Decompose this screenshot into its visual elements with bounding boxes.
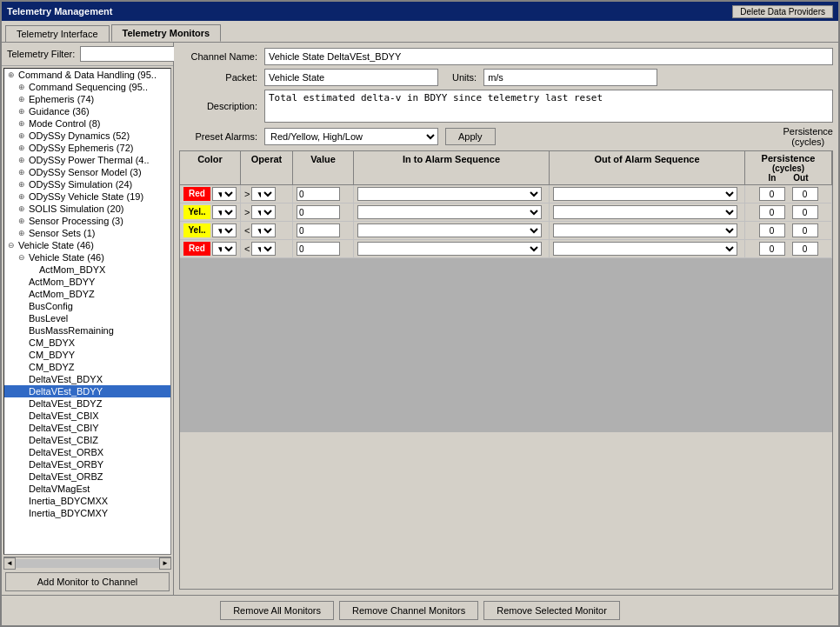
remove-channel-monitors-btn[interactable]: Remove Channel Monitors: [339, 601, 478, 620]
in-seq-select-3[interactable]: [357, 242, 542, 256]
remove-selected-monitor-btn[interactable]: Remove Selected Monitor: [483, 601, 620, 620]
out-num-3[interactable]: [792, 242, 818, 256]
op-select-0[interactable]: ▼: [251, 187, 276, 201]
tree-item-busmass-rem[interactable]: BusMassRemaining: [4, 324, 170, 337]
tab-telemetry-monitors[interactable]: Telemetry Monitors: [111, 24, 222, 42]
in-num-3[interactable]: [759, 242, 785, 256]
out-seq-select-1[interactable]: [553, 205, 737, 219]
op-select-3[interactable]: ▼: [251, 242, 276, 256]
out-seq-select-3[interactable]: [553, 242, 737, 256]
tree-item-deltaVEst-bdyx[interactable]: DeltaVEst_BDYX: [4, 373, 170, 385]
tree-item-deltaVEst-orby[interactable]: DeltaVEst_ORBY: [4, 458, 170, 470]
in-seq-select-2[interactable]: [357, 223, 542, 237]
tree-item-guidance[interactable]: ⊕ Guidance (36): [4, 105, 170, 117]
in-num-0[interactable]: [759, 187, 785, 201]
tree-item-odyssy-sim[interactable]: ⊕ ODySSy Simulation (24): [4, 178, 170, 190]
color-select-1[interactable]: ▼: [212, 205, 237, 219]
tree-item-deltaVEst-cbiz[interactable]: DeltaVEst_CBIZ: [4, 434, 170, 446]
tree-item-inertia-bdycmxy[interactable]: Inertia_BDYCMXY: [4, 507, 170, 519]
description-textarea[interactable]: [264, 90, 833, 123]
out-seq-select-0[interactable]: [553, 187, 737, 201]
cell-val-0: [293, 185, 354, 203]
tree-item-actmom-bdyy[interactable]: ActMom_BDYY: [4, 276, 170, 288]
tab-telemetry-interface[interactable]: Telemetry Interface: [5, 25, 110, 42]
tree-item-cm-bdyx[interactable]: CM_BDYX: [4, 337, 170, 349]
cell-op-0: > ▼: [241, 185, 293, 203]
tree-item-deltaVEst-cbiy[interactable]: DeltaVEst_CBIY: [4, 422, 170, 434]
in-seq-select-1[interactable]: [357, 205, 542, 219]
expander-icon: ⊕: [18, 229, 27, 237]
tree-item-cmd-seq[interactable]: ⊕ Command Sequencing (95..: [4, 81, 170, 93]
tree-container: ⊕ Command & Data Handling (95.. ⊕ Comman…: [3, 68, 171, 555]
scroll-left-btn[interactable]: ◄: [3, 557, 16, 570]
cell-val-1: [293, 203, 354, 221]
tree-item-deltaVEst-orbz[interactable]: DeltaVEst_ORBZ: [4, 470, 170, 483]
tree-item-odyssy-sens[interactable]: ⊕ ODySSy Sensor Model (3): [4, 166, 170, 178]
out-seq-select-2[interactable]: [553, 223, 737, 237]
out-num-0[interactable]: [792, 187, 818, 201]
in-num-2[interactable]: [759, 223, 785, 237]
tree-item-deltaVMagEst[interactable]: DeltaVMagEst: [4, 483, 170, 495]
tree-item-ephem[interactable]: ⊕ Ephemeris (74): [4, 93, 170, 105]
alarm-row-0: Red ▼ > ▼: [180, 185, 832, 203]
tree-item-actmom-bdyx[interactable]: ActMom_BDYX: [4, 263, 170, 276]
add-monitor-to-channel-btn[interactable]: Add Monitor to Channel: [5, 572, 170, 591]
tree-item-sensor-sets[interactable]: ⊕ Sensor Sets (1): [4, 227, 170, 239]
tree-item-cm-bdyy[interactable]: CM_BDYY: [4, 349, 170, 361]
value-input-1[interactable]: [297, 205, 340, 219]
remove-all-monitors-btn[interactable]: Remove All Monitors: [220, 601, 334, 620]
tree-item-deltaVEst-cbix[interactable]: DeltaVEst_CBIX: [4, 410, 170, 422]
tree-item-odyssy-dyn[interactable]: ⊕ ODySSy Dynamics (52): [4, 130, 170, 142]
scroll-right-btn[interactable]: ►: [159, 557, 171, 570]
tree-item-vehicle-state-46[interactable]: ⊖ Vehicle State (46): [4, 239, 170, 251]
tree-item-odyssy-eph[interactable]: ⊕ ODySSy Ephemeris (72): [4, 142, 170, 154]
value-input-0[interactable]: [297, 187, 340, 201]
tree-item-deltaVEst-bdyy[interactable]: DeltaVEst_BDYY: [4, 385, 170, 397]
cell-in-seq-2: [354, 222, 550, 239]
tree-item-sensor-proc[interactable]: ⊕ Sensor Processing (3): [4, 215, 170, 227]
op-display-0: >: [244, 189, 250, 199]
preset-alarms-select[interactable]: Red/Yellow, High/Low Red Only, High/Low …: [264, 128, 438, 145]
tree-item-actmom-bdyz[interactable]: ActMom_BDYZ: [4, 288, 170, 300]
tree-item-odyssy-pwr[interactable]: ⊕ ODySSy Power Thermal (4..: [4, 154, 170, 166]
tree-item-cm-bdyz[interactable]: CM_BDYZ: [4, 361, 170, 373]
value-input-2[interactable]: [297, 223, 340, 237]
title-bar: Telemetry Management Delete Data Provide…: [2, 2, 838, 21]
channel-name-input[interactable]: [264, 48, 833, 65]
color-select-0[interactable]: ▼: [212, 187, 237, 201]
out-num-1[interactable]: [792, 205, 818, 219]
window-title: Telemetry Management: [7, 6, 112, 17]
expander-icon: ⊕: [18, 119, 27, 128]
h-scrollbar-track[interactable]: [16, 559, 159, 568]
tree-item-vehicle-state-sub[interactable]: ⊖ Vehicle State (46): [4, 251, 170, 263]
packet-input[interactable]: [264, 69, 438, 86]
tree-item-mode-ctrl[interactable]: ⊕ Mode Control (8): [4, 117, 170, 130]
tree-item-inertia-bdycmxx[interactable]: Inertia_BDYCMXX: [4, 495, 170, 507]
out-num-2[interactable]: [792, 223, 818, 237]
tree-item-deltaVEst-orbx[interactable]: DeltaVEst_ORBX: [4, 446, 170, 458]
tree-item-busconfig[interactable]: BusConfig: [4, 300, 170, 312]
cell-in-out-3: [745, 240, 832, 257]
in-num-1[interactable]: [759, 205, 785, 219]
units-input[interactable]: [483, 69, 657, 86]
in-seq-select-0[interactable]: [357, 187, 542, 201]
expander-icon: ⊕: [18, 217, 27, 225]
cell-in-seq-3: [354, 240, 550, 257]
cell-in-out-2: [745, 222, 832, 239]
color-select-2[interactable]: ▼: [212, 223, 237, 237]
tree-scroll[interactable]: ⊕ Command & Data Handling (95.. ⊕ Comman…: [4, 69, 170, 554]
expander-icon: ⊕: [18, 192, 27, 201]
value-input-3[interactable]: [297, 242, 340, 256]
tree-item-odyssy-veh[interactable]: ⊕ ODySSy Vehicle State (19): [4, 190, 170, 203]
tree-item-cmd-data[interactable]: ⊕ Command & Data Handling (95..: [4, 69, 170, 81]
op-select-2[interactable]: ▼: [251, 223, 276, 237]
apply-btn[interactable]: Apply: [445, 128, 496, 145]
tree-item-solis-sim[interactable]: ⊕ SOLIS Simulation (20): [4, 203, 170, 215]
left-panel: Telemetry Filter: ⊕ Command & Data Handl…: [2, 43, 174, 595]
delete-data-providers-btn[interactable]: Delete Data Providers: [732, 5, 833, 18]
color-select-3[interactable]: ▼: [212, 242, 237, 256]
op-select-1[interactable]: ▼: [251, 205, 276, 219]
tree-item-buslevel[interactable]: BusLevel: [4, 312, 170, 324]
tree-item-deltaVEst-bdyz[interactable]: DeltaVEst_BDYZ: [4, 397, 170, 410]
cell-color-3: Red ▼: [180, 240, 241, 257]
